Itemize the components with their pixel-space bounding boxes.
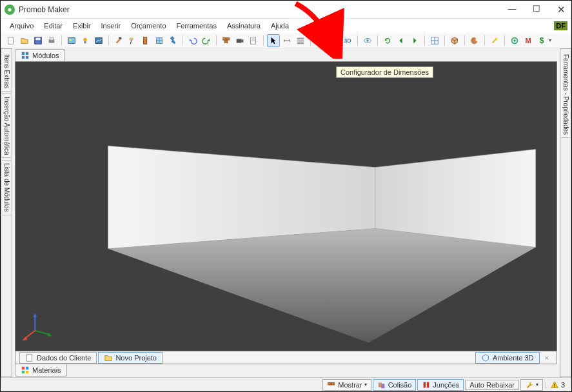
lighting-button[interactable] [79,34,92,47]
menu-editar[interactable]: Editar [39,21,68,31]
wrench-icon [525,380,534,389]
user-badge[interactable]: DF [554,21,567,30]
right-tab-ferramentas[interactable]: Ferramentas - Propriedades [561,52,570,138]
dollar-button[interactable]: $ [535,34,548,47]
close-tab-button[interactable]: × [541,354,553,362]
tab-modulos[interactable]: Módulos [15,49,65,61]
left-tab-insercao[interactable]: Inserção Automática [2,93,11,159]
minimize-button[interactable]: — [506,4,518,15]
maximize-button[interactable]: ☐ [530,4,543,15]
svg-point-9 [83,37,86,41]
new-file-button[interactable] [5,34,17,47]
palette-button[interactable] [468,34,481,47]
tab-novo-projeto[interactable]: Novo Projeto [98,352,163,364]
left-panel: Itens Extras Inserção Automática Lista d… [1,48,12,377]
3d-icon [481,353,490,362]
wand-button[interactable] [488,34,501,47]
collision-icon [377,380,386,389]
menu-inserir[interactable]: Inserir [96,21,126,31]
svg-rect-7 [68,37,75,43]
svg-rect-62 [331,382,334,385]
measure-button[interactable] [281,34,293,47]
menu-ferramentas[interactable]: Ferramentas [172,21,222,31]
render-button[interactable] [92,34,105,47]
svg-rect-58 [26,367,28,369]
tab-materiais[interactable]: Materiais [15,364,67,377]
status-wrench[interactable]: ▾ [520,379,543,391]
left-tab-lista-modulos[interactable]: Lista de Módulos [2,160,11,215]
prev-button[interactable] [395,34,408,47]
svg-point-68 [554,386,555,387]
tab-dados-cliente[interactable]: Dados do Cliente [19,352,97,364]
svg-rect-57 [22,367,25,369]
svg-point-1 [8,8,11,11]
svg-point-40 [473,39,474,40]
hammer-button[interactable] [112,34,125,47]
folder-icon [104,353,113,362]
document-button[interactable] [247,34,260,47]
print-button[interactable] [45,34,58,47]
svg-rect-10 [84,41,86,43]
svg-rect-19 [226,37,229,40]
status-auto-rebaixar[interactable]: Auto Rebaixar [465,380,519,390]
status-colisao[interactable]: Colisão [373,379,417,391]
menubar: Arquivo Editar Exibir Inserir Orçamento … [1,19,571,33]
menu-arquivo[interactable]: Arquivo [5,21,39,31]
svg-rect-28 [297,37,304,39]
svg-rect-21 [237,39,242,43]
layers-button[interactable] [314,34,327,47]
wall-icon [327,380,336,389]
window-button[interactable] [153,34,166,47]
gear-button[interactable] [508,34,521,47]
next-button[interactable] [408,34,421,47]
menu-ajuda[interactable]: Ajuda [266,21,294,31]
box-button[interactable] [448,34,461,47]
svg-rect-30 [297,42,304,44]
left-tab-itens-extras[interactable]: Itens Extras [2,52,11,92]
camera-button[interactable] [233,34,246,47]
svg-rect-60 [26,371,28,373]
image-button[interactable] [65,34,78,47]
grid-button[interactable] [294,34,307,47]
eye-button[interactable] [361,34,374,47]
status-warning[interactable]: 3 [547,380,567,390]
undo-button[interactable] [186,34,199,47]
pointer-button[interactable] [267,34,280,47]
app-icon [5,5,15,15]
open-button[interactable] [18,34,31,47]
close-button[interactable]: ✕ [555,4,567,15]
svg-rect-45 [22,52,25,55]
status-mostrar[interactable]: Mostrar ▾ [322,379,371,391]
svg-rect-20 [224,41,227,43]
svg-rect-6 [50,37,53,40]
view-button[interactable] [428,34,441,47]
save-button[interactable] [32,34,44,47]
paint-button[interactable] [126,34,139,47]
modules-icon [21,51,30,60]
bottom-tabs: Dados do Cliente Novo Projeto Ambiente 3… [15,351,557,364]
menu-orcamento[interactable]: Orçamento [126,21,171,31]
svg-rect-65 [424,382,426,387]
m-button[interactable]: M [522,34,535,47]
svg-rect-12 [119,37,121,39]
door-button[interactable] [139,34,152,47]
tab-ambiente-3d[interactable]: Ambiente 3D [475,352,540,364]
svg-point-8 [70,39,72,41]
menu-exibir[interactable]: Exibir [68,21,96,31]
app-title: Promob Maker [19,5,70,14]
dimension-config-button[interactable] [328,34,340,47]
status-juncoes[interactable]: Junções [417,379,464,391]
3d-viewport[interactable] [15,61,557,351]
tools-button[interactable] [166,34,179,47]
menu-assinatura[interactable]: Assinatura [222,21,266,31]
redo-button[interactable] [200,34,213,47]
top-tabstrip: Módulos [12,48,560,61]
3d-button[interactable]: 3D [341,34,354,47]
junction-icon [422,380,431,389]
svg-point-41 [473,41,474,42]
materials-icon [21,366,30,375]
wall-button[interactable] [220,34,233,47]
svg-point-14 [146,40,146,41]
svg-point-36 [366,39,369,42]
refresh-button[interactable] [381,34,394,47]
